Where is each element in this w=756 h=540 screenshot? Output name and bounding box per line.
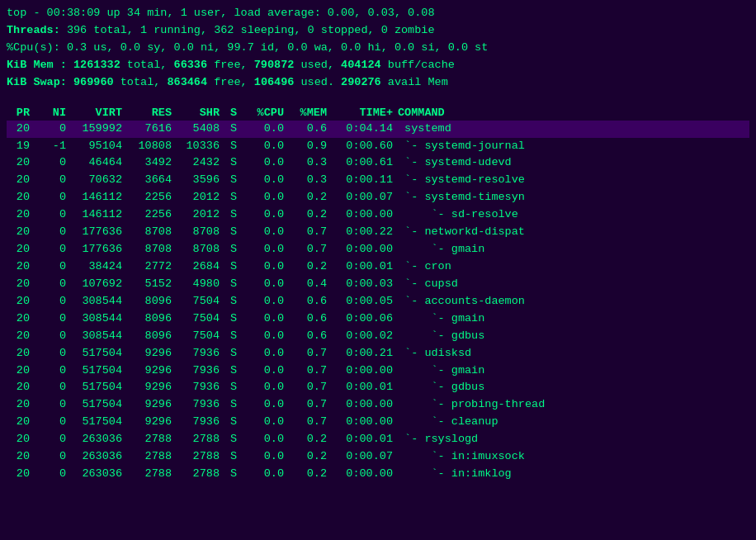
cell-shr: 7936 <box>178 345 220 362</box>
table-row: 20 0177636 8708 8708S 0.0 0.7 0:00.00 `-… <box>7 241 749 258</box>
cell-shr: 7504 <box>178 328 220 345</box>
threads-label: Threads: <box>7 24 60 36</box>
swap-label: KiB Swap: <box>7 76 67 88</box>
header-line5: KiB Swap: 969960 total, 863464 free, 106… <box>7 74 749 92</box>
cell-cmd: `- udisksd <box>393 345 749 362</box>
cell-virt: 263036 <box>73 448 122 466</box>
cell-cpu: 0.0 <box>248 293 284 310</box>
cell-shr: 2432 <box>178 154 220 172</box>
header-line1: top - 00:38:09 up 34 min, 1 user, load a… <box>7 5 749 22</box>
cell-virt: 308544 <box>73 328 122 345</box>
table-row: 20 0263036 2788 2788S 0.0 0.2 0:00.01 `-… <box>7 431 749 448</box>
cell-cmd: `- accounts-daemon <box>393 293 749 310</box>
swap-free: 863464 <box>160 76 207 88</box>
cell-s: S <box>226 241 241 258</box>
cell-ni: 0 <box>36 345 66 362</box>
cell-cmd: `- in:imklog <box>393 466 749 483</box>
cell-shr: 5408 <box>178 121 220 138</box>
cell-pr: 20 <box>7 362 30 380</box>
cell-mem: 0.2 <box>291 466 327 483</box>
cell-res: 9296 <box>129 379 172 396</box>
table-row: 19 -1 951041080810336S 0.0 0.9 0:00.60 `… <box>7 138 749 155</box>
col-pr: PR <box>7 107 30 119</box>
cell-ni: 0 <box>36 431 66 448</box>
cell-mem: 0.2 <box>291 189 327 206</box>
cell-ni: 0 <box>36 310 66 328</box>
cell-cpu: 0.0 <box>248 258 284 276</box>
cell-shr: 7936 <box>178 379 220 396</box>
cell-ni: 0 <box>36 328 66 345</box>
cell-virt: 95104 <box>73 138 122 155</box>
col-res: RES <box>129 107 172 119</box>
cell-ni: 0 <box>36 172 66 189</box>
table-row: 20 0263036 2788 2788S 0.0 0.2 0:00.00 `-… <box>7 466 749 483</box>
swap-free-label: free, <box>207 76 248 88</box>
cell-s: S <box>226 224 241 241</box>
cell-shr: 7936 <box>178 396 220 414</box>
table-row: 20 0159992 7616 5408S 0.0 0.6 0:04.14 sy… <box>7 121 749 138</box>
cell-virt: 308544 <box>73 293 122 310</box>
table-row: 20 0107692 5152 4980S 0.0 0.4 0:00.03 `-… <box>7 276 749 293</box>
cell-cmd: `- gdbus <box>393 328 749 345</box>
mem-total: 1261332 <box>67 59 120 71</box>
cell-cpu: 0.0 <box>248 138 284 155</box>
cell-cmd: `- in:imuxsock <box>393 448 749 466</box>
cell-mem: 0.2 <box>291 448 327 466</box>
cell-virt: 517504 <box>73 345 122 362</box>
cell-shr: 2788 <box>178 466 220 483</box>
cell-s: S <box>226 431 241 448</box>
cell-mem: 0.6 <box>291 328 327 345</box>
cell-shr: 3596 <box>178 172 220 189</box>
cell-ni: 0 <box>36 448 66 466</box>
cell-pr: 20 <box>7 379 30 396</box>
cell-pr: 20 <box>7 396 30 414</box>
cell-shr: 2788 <box>178 448 220 466</box>
cell-virt: 146112 <box>73 189 122 206</box>
mem-used: 790872 <box>248 59 295 71</box>
cell-s: S <box>226 258 241 276</box>
cell-pr: 20 <box>7 414 30 431</box>
table-row: 20 0146112 2256 2012S 0.0 0.2 0:00.00 `-… <box>7 206 749 224</box>
cell-time: 0:00.07 <box>333 448 393 466</box>
cell-s: S <box>226 206 241 224</box>
col-mem: %MEM <box>291 107 327 119</box>
cell-ni: 0 <box>36 206 66 224</box>
cell-cpu: 0.0 <box>248 224 284 241</box>
cell-res: 2788 <box>129 448 172 466</box>
cell-res: 9296 <box>129 414 172 431</box>
cell-pr: 20 <box>7 189 30 206</box>
cell-cmd: `- cleanup <box>393 414 749 431</box>
table-row: 20 0 46464 3492 2432S 0.0 0.3 0:00.61 `-… <box>7 154 749 172</box>
cell-res: 2256 <box>129 189 172 206</box>
mem-free: 66336 <box>167 59 207 71</box>
cell-pr: 20 <box>7 154 30 172</box>
col-time: TIME+ <box>333 107 393 119</box>
cell-mem: 0.2 <box>291 431 327 448</box>
cell-ni: 0 <box>36 466 66 483</box>
cell-cmd: systemd <box>393 121 749 138</box>
table-row: 20 0517504 9296 7936S 0.0 0.7 0:00.00 `-… <box>7 362 749 380</box>
swap-avail-label: avail Mem <box>381 76 448 88</box>
cell-cmd: `- cron <box>393 258 749 276</box>
cell-res: 9296 <box>129 362 172 380</box>
cell-time: 0:00.11 <box>333 172 393 189</box>
cell-virt: 263036 <box>73 466 122 483</box>
cell-cmd: `- gmain <box>393 362 749 380</box>
cell-shr: 4980 <box>178 276 220 293</box>
cell-res: 8096 <box>129 293 172 310</box>
cell-pr: 20 <box>7 448 30 466</box>
cell-ni: 0 <box>36 241 66 258</box>
cell-cpu: 0.0 <box>248 172 284 189</box>
cell-s: S <box>226 396 241 414</box>
cell-shr: 7936 <box>178 414 220 431</box>
cell-ni: 0 <box>36 362 66 380</box>
cell-cpu: 0.0 <box>248 362 284 380</box>
cell-res: 2256 <box>129 206 172 224</box>
cell-res: 8708 <box>129 224 172 241</box>
table-row: 20 0517504 9296 7936S 0.0 0.7 0:00.01 `-… <box>7 379 749 396</box>
cell-mem: 0.9 <box>291 138 327 155</box>
table-row: 20 0308544 8096 7504S 0.0 0.6 0:00.02 `-… <box>7 328 749 345</box>
cell-ni: 0 <box>36 396 66 414</box>
cell-mem: 0.4 <box>291 276 327 293</box>
running-val: 1 running, <box>134 24 207 36</box>
